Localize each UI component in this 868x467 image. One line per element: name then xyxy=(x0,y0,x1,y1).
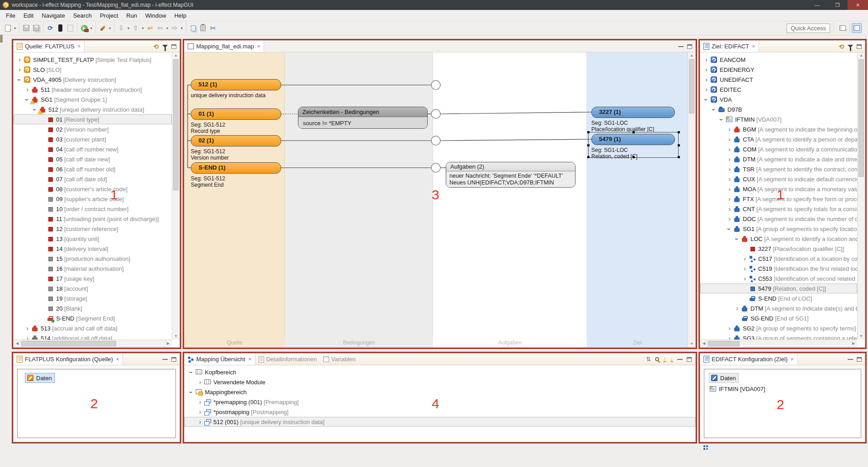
tree-item-18[interactable]: ·18 [account] xyxy=(14,283,172,293)
chevron-right-icon[interactable]: › xyxy=(726,136,733,143)
chevron-right-icon[interactable]: › xyxy=(726,186,733,193)
tree-item--postmapping[interactable]: ›*postmapping [Postmapping] xyxy=(184,407,695,417)
tree-item-dtm[interactable]: ›DTM [A segment to indicate date(s) and … xyxy=(700,303,857,313)
tree-item-s-end[interactable]: ·S-END [End of LOC] xyxy=(700,293,857,303)
tree-item-sg2[interactable]: ›SG2 [A group of segments to specify ter… xyxy=(700,323,857,333)
chevron-down-icon[interactable]: › xyxy=(188,369,195,376)
chevron-right-icon[interactable]: › xyxy=(726,166,733,173)
minimize-icon[interactable] xyxy=(678,46,684,47)
export-dropdown-icon[interactable]: ▾ xyxy=(141,26,145,30)
chevron-right-icon[interactable]: › xyxy=(703,76,710,83)
tab-quelle-flatplus[interactable]: Quelle: FLATPLUS ✕ xyxy=(14,41,85,52)
tree-item-20[interactable]: ·20 [Blank] xyxy=(14,303,172,313)
tab-mapping-flat-edi-map[interactable]: Mapping_flat_edi.map ✕ xyxy=(184,41,264,52)
close-icon[interactable]: ✕ xyxy=(116,357,119,362)
target-config-daten[interactable]: Daten xyxy=(709,373,739,383)
chevron-right-icon[interactable]: › xyxy=(726,206,733,212)
tree-item-edienergy[interactable]: ›EDIENERGY xyxy=(700,65,857,75)
export-wizard-icon[interactable] xyxy=(66,24,75,33)
tree-item-511[interactable]: ›511 [header record delivery instruction… xyxy=(14,85,172,94)
tab-ziel-edifact[interactable]: Ziel: EDIFACT ✕ xyxy=(700,41,759,52)
copy-icon[interactable] xyxy=(189,24,198,33)
close-icon[interactable]: ✕ xyxy=(790,357,794,362)
maximize-icon[interactable] xyxy=(687,44,692,49)
tree-item-s-end[interactable]: ·S-END [Segment End] xyxy=(14,313,172,323)
chevron-down-icon[interactable]: › xyxy=(718,116,725,123)
tree-item-cux[interactable]: ›CUX [A segment to indicate default curr… xyxy=(700,174,857,184)
tree-item-dtm[interactable]: ›DTM [A segment to indicate a date and t… xyxy=(700,154,857,164)
tree-item-514[interactable]: ›514 [additional call off data] xyxy=(14,333,172,340)
chevron-right-icon[interactable]: › xyxy=(741,265,748,272)
filter-icon[interactable] xyxy=(848,45,853,48)
tree-item-11[interactable]: ·11 [unloading point (point of discharge… xyxy=(14,214,172,224)
selection-handle[interactable] xyxy=(632,131,635,133)
tree-item-512[interactable]: ›512 [unique delivery instruction data] xyxy=(14,104,172,114)
chevron-right-icon[interactable]: › xyxy=(197,379,203,386)
cut-icon[interactable]: ✂ xyxy=(208,24,217,33)
import-dropdown-icon[interactable]: ▾ xyxy=(126,26,131,30)
back-dropdown-icon[interactable]: ▾ xyxy=(165,26,170,30)
tree-item-sg1[interactable]: ›SG1 [Segment Gruppe 1] xyxy=(14,94,172,104)
selection-handle[interactable] xyxy=(678,156,680,158)
chevron-right-icon[interactable]: › xyxy=(726,335,733,340)
source-vscrollbar[interactable]: ▲ ▼ xyxy=(172,52,179,340)
open-perspective-icon[interactable]: ✦ xyxy=(838,23,848,33)
map-node-512-1-[interactable]: 512 (1) xyxy=(191,79,281,90)
run-icon[interactable]: ▶ xyxy=(80,24,89,33)
new-dropdown-icon[interactable]: ▾ xyxy=(13,26,17,30)
tab-flatplus-konfiguration[interactable]: FLATPLUS Konfiguration (Quelle) ✕ xyxy=(14,354,123,365)
selection-handle[interactable] xyxy=(587,144,590,146)
target-vscrollbar[interactable]: ▲ ▼ xyxy=(857,52,865,340)
tree-item-01[interactable]: ·01 [Record type] xyxy=(14,114,172,124)
layout-handle-icon[interactable] xyxy=(703,445,709,451)
target-config-iftmin[interactable]: IFTMIN [VDA007] xyxy=(709,384,861,394)
target-hscrollbar[interactable]: ◀ ▶ xyxy=(700,340,857,347)
tree-item-sg1[interactable]: ›SG1 [A group of segments to specify loc… xyxy=(700,224,857,234)
chevron-right-icon[interactable]: › xyxy=(197,399,203,406)
forward-icon[interactable]: ⇨ xyxy=(170,24,179,33)
magnifier-icon[interactable] xyxy=(655,357,659,361)
tree-item-bgm[interactable]: ›BGM [A segment to indicate the beginnin… xyxy=(700,124,857,134)
minimize-icon[interactable] xyxy=(848,359,853,360)
menu-window[interactable]: Window xyxy=(141,11,170,20)
chevron-right-icon[interactable]: › xyxy=(726,216,733,222)
chevron-down-icon[interactable]: › xyxy=(24,96,31,103)
tree-item-16[interactable]: ·16 [material authorisation] xyxy=(14,264,172,274)
chevron-right-icon[interactable]: › xyxy=(726,156,733,163)
chevron-right-icon[interactable]: › xyxy=(703,66,710,73)
tab-edifact-konfiguration[interactable]: EDIFACT Konfiguration (Ziel) ✕ xyxy=(700,354,798,365)
chevron-right-icon[interactable]: › xyxy=(734,305,741,312)
chevron-right-icon[interactable]: › xyxy=(726,126,733,133)
tree-item-513[interactable]: ›513 [accrual and call off data] xyxy=(14,323,172,333)
menu-project[interactable]: Project xyxy=(96,11,122,20)
import-icon[interactable]: ⇩ xyxy=(117,24,126,33)
last-edit-location-icon[interactable]: ↩ xyxy=(146,24,155,33)
tree-item-eancom[interactable]: ›EANCOM xyxy=(700,55,857,65)
menu-edit[interactable]: Edit xyxy=(19,11,38,20)
chevron-right-icon[interactable]: › xyxy=(24,86,31,93)
chevron-right-icon[interactable]: › xyxy=(726,176,733,183)
chevron-down-icon[interactable]: › xyxy=(16,76,23,83)
tree-item-17[interactable]: ·17 [usage key] xyxy=(14,274,172,283)
menu-help[interactable]: Help xyxy=(170,11,190,20)
maximize-window-button[interactable]: ❐ xyxy=(827,0,848,10)
menu-run[interactable]: Run xyxy=(122,11,141,20)
chevron-right-icon[interactable]: › xyxy=(726,146,733,153)
tree-item-06[interactable]: ·06 [call off number old] xyxy=(14,164,172,174)
tree-item-loc[interactable]: ›LOC [A segment to identify a location a… xyxy=(700,234,857,244)
close-icon[interactable]: ✕ xyxy=(257,44,260,49)
minimize-icon[interactable] xyxy=(677,359,683,360)
run-dropdown-icon[interactable]: ▾ xyxy=(89,26,94,30)
export-icon[interactable]: ⇧ xyxy=(131,24,140,33)
chevron-right-icon[interactable]: › xyxy=(703,86,710,93)
mapping-perspective-icon[interactable] xyxy=(852,23,862,33)
editor-vscrollbar[interactable]: ▲ ▼ xyxy=(688,52,695,347)
tree-item-c553[interactable]: ›C553 [Identification of second related … xyxy=(700,274,857,283)
chevron-right-icon[interactable]: › xyxy=(726,196,733,203)
tree-item-c519[interactable]: ›C519 [Identification the first related … xyxy=(700,264,857,274)
chevron-right-icon[interactable]: › xyxy=(741,255,748,262)
sort-icon[interactable]: ⇅ xyxy=(646,356,651,363)
link-editor-icon[interactable]: ⟲ xyxy=(153,43,159,50)
tree-item-iftmin[interactable]: ›IFTMIN [VDA007] xyxy=(700,114,857,124)
tree-item-09[interactable]: ·09 [supplier's article code] xyxy=(14,194,172,204)
